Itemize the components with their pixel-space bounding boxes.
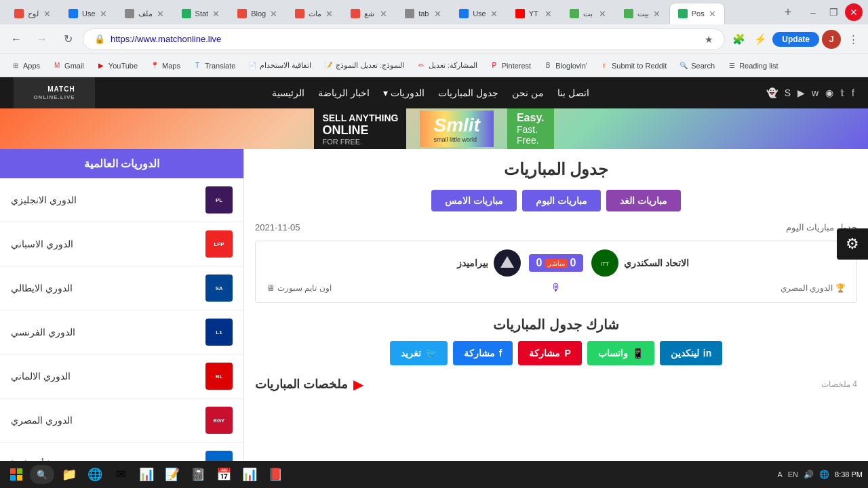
bookmark-item-8[interactable]: P Pinterest — [484, 59, 536, 73]
ad-fast: Fast. — [517, 124, 545, 135]
browser-tab-4[interactable]: Blog ✕ — [229, 3, 286, 24]
browser-tab-6[interactable]: شع ✕ — [342, 3, 396, 24]
taskbar-app-explorer[interactable]: 📁 — [57, 462, 81, 487]
league-label: 🏆 الدوري المصري — [781, 283, 846, 293]
league-item-1[interactable]: LFP الدوري الاسباني — [0, 222, 243, 266]
bookmark-item-1[interactable]: M Gmail — [47, 59, 90, 73]
browser-tab-10[interactable]: بت ✕ — [561, 3, 615, 24]
nav-link-contact[interactable]: اتصل بنا — [557, 87, 589, 98]
bookmark-item-5[interactable]: 📄 اتفاقية الاستخدام — [242, 59, 317, 73]
taskbar-search[interactable]: 🔍 — [30, 465, 54, 484]
taskbar-app-ppt[interactable]: 📊 — [237, 462, 262, 487]
taskbar-app-mail[interactable]: ✉ — [108, 462, 133, 487]
tray-language[interactable]: A — [777, 470, 782, 479]
browser-tab-1[interactable]: Use ✕ — [60, 3, 116, 24]
league-item-5[interactable]: EGY الدوري المصري — [0, 399, 243, 443]
browser-tab-7[interactable]: tab ✕ — [396, 3, 450, 24]
menu-button[interactable]: ⋮ — [844, 30, 863, 49]
new-tab-button[interactable]: + — [778, 3, 797, 22]
league-name: الدوري المصري — [781, 283, 833, 293]
taskbar-app-excel[interactable]: 📊 — [134, 462, 159, 487]
share-whatsapp-button[interactable]: 📱 واتساب — [587, 341, 654, 365]
match-tabs: مباريات الغد مباريات اليوم مباريات الامس — [255, 190, 857, 211]
league-item-2[interactable]: SA الدوري الايطالي — [0, 266, 243, 310]
restore-button[interactable]: ❒ — [825, 3, 842, 21]
browser-tab-9[interactable]: YT ✕ — [507, 3, 561, 24]
svg-rect-6 — [10, 475, 16, 481]
update-button[interactable]: Update — [772, 32, 819, 47]
tab-today[interactable]: مباريات اليوم — [522, 190, 601, 211]
browser-tab-12[interactable]: Pos ✕ — [669, 3, 725, 24]
bookmark-item-9[interactable]: B Bloglovin' — [538, 59, 593, 73]
nav-link-sports-news[interactable]: اخبار الرياضة — [318, 87, 370, 98]
address-bar[interactable]: 🔒 https://www.matchonline.live ★ — [83, 28, 725, 50]
twitter-icon[interactable]: 𝕥 — [840, 87, 845, 98]
stream-label[interactable]: اون تايم سبورت 🖥 — [267, 283, 332, 293]
taskbar-app-outlook[interactable]: 📅 — [212, 462, 236, 487]
taskbar-app-reader[interactable]: 📕 — [263, 462, 288, 487]
browser-tab-8[interactable]: Use ✕ — [450, 3, 507, 24]
share-pinterest-button[interactable]: P مشاركة — [518, 341, 581, 365]
youtube-icon[interactable]: ▶ — [797, 87, 805, 98]
whatsapp-icon[interactable]: w — [812, 87, 818, 98]
leagues-list: PL الدوري الانجليزي LFP الدوري الاسباني … — [0, 178, 243, 461]
settings-cog-button[interactable]: ⚙ — [837, 228, 868, 260]
start-button[interactable] — [5, 464, 27, 485]
browser-tab-2[interactable]: ملف ✕ — [116, 3, 173, 24]
tab-yesterday[interactable]: مباريات الامس — [431, 190, 517, 211]
bookmark-item-10[interactable]: r Submit to Reddit — [594, 59, 672, 73]
close-button[interactable]: ✕ — [845, 3, 863, 21]
nav-dropdown-leagues[interactable]: الدوريات ▾ — [383, 87, 425, 98]
extensions-icon[interactable]: 🧩 — [729, 30, 748, 49]
bookmark-item-2[interactable]: ▶ YouTube — [91, 59, 143, 73]
bookmark-item-7[interactable]: ✏ المشاركة: تعديل — [411, 59, 483, 73]
bookmark-item-3[interactable]: 📍 Maps — [144, 59, 186, 73]
bookmark-item-6[interactable]: 📝 النموذج: تعديل النموذج — [318, 59, 409, 73]
taskbar-app-chrome[interactable]: 🌐 — [83, 462, 107, 487]
time-display[interactable]: 8:38 PM — [835, 470, 863, 479]
score-live-label: مباشر — [545, 259, 568, 268]
profile-icon[interactable]: ⚡ — [751, 30, 770, 49]
user-avatar[interactable]: J — [822, 30, 841, 49]
instagram-icon[interactable]: ◉ — [825, 87, 833, 98]
bookmark-item-11[interactable]: 🔍 Search — [673, 59, 720, 73]
nav-link-schedule[interactable]: جدول المباريات — [438, 87, 498, 98]
match-card[interactable]: الاتحاد السكندري ITT 0 مباشر 0 — [255, 241, 857, 303]
bookmark-star-icon[interactable]: ★ — [705, 34, 713, 45]
away-team-name: بيراميدز — [457, 258, 488, 268]
skype-icon[interactable]: S — [785, 87, 791, 98]
linkedin-icon: in — [703, 348, 711, 359]
taskbar-app-onenote[interactable]: 📓 — [186, 462, 210, 487]
share-facebook-button[interactable]: f مشاركة — [453, 341, 513, 365]
taskbar-app-word[interactable]: 📝 — [160, 462, 184, 487]
tray-network-icon[interactable]: 🌐 — [819, 470, 829, 479]
browser-tab-5[interactable]: ماث ✕ — [286, 3, 342, 24]
snapchat-icon[interactable]: 👻 — [766, 87, 778, 98]
share-twitter-button[interactable]: 🐦 تغريد — [390, 341, 448, 365]
minimize-button[interactable]: – — [804, 3, 822, 21]
bookmark-item-4[interactable]: T Translate — [187, 59, 241, 73]
browser-tab-11[interactable]: بيت ✕ — [615, 3, 669, 24]
share-buttons: in لينكدين 📱 واتساب P مشاركة f — [255, 341, 857, 365]
league-item-0[interactable]: PL الدوري الانجليزي — [0, 178, 243, 222]
nav-link-about[interactable]: من نحن — [512, 87, 544, 98]
forward-button[interactable]: → — [31, 28, 53, 50]
matches-main-title: جدول المباريات — [255, 160, 857, 179]
highlights-header: 4 ملخصات ▶ ملخصات المباريات — [255, 376, 857, 392]
league-item-3[interactable]: L1 الدوري الفرنسي — [0, 310, 243, 354]
tab-tomorrow[interactable]: مباريات الغد — [606, 190, 681, 211]
tray-volume-icon[interactable]: 🔊 — [804, 470, 814, 479]
league-item-6[interactable]: AC كأس اسيا — [0, 443, 243, 461]
browser-tab-0[interactable]: لوح ✕ — [5, 3, 60, 24]
nav-link-home[interactable]: الرئيسية — [272, 87, 304, 98]
league-item-4[interactable]: BL الدوري الالماني — [0, 354, 243, 399]
refresh-button[interactable]: ↻ — [57, 28, 79, 50]
facebook-icon[interactable]: f — [852, 87, 854, 98]
browser-tab-3[interactable]: Stat ✕ — [173, 3, 229, 24]
microphone-icon[interactable]: 🎙 — [551, 282, 561, 294]
back-button[interactable]: ← — [5, 28, 27, 50]
tray-input-method[interactable]: EN — [788, 470, 798, 479]
share-linkedin-button[interactable]: in لينكدين — [660, 341, 722, 365]
bookmark-item-12[interactable]: ☰ Reading list — [722, 59, 783, 73]
bookmark-item-0[interactable]: ⊞ Apps — [5, 59, 45, 73]
